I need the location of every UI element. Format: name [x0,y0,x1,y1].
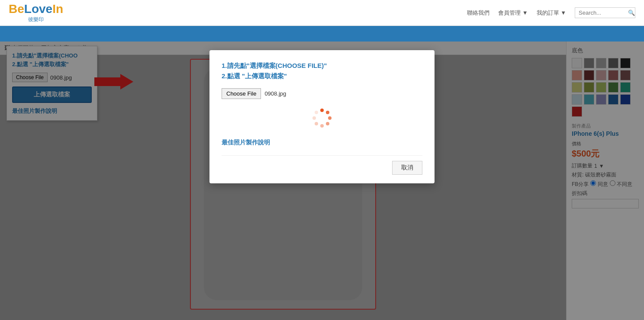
spinner-dot [328,116,332,120]
modal-photo-link[interactable]: 最佳照片製作說明 [222,139,422,147]
modal-choose-file-button[interactable]: Choose File [222,88,261,99]
spinner-dot [326,122,329,125]
spinner-dot [315,122,318,125]
nav-orders[interactable]: 我的訂單 ▼ [537,9,566,17]
modal-footer: 取消 [222,155,422,175]
nav-links: 聯絡我們 會員管理 ▼ 我的訂單 ▼ 🔍 [467,7,635,18]
spinner [312,108,332,128]
nav-member[interactable]: 會員管理 ▼ [498,9,528,17]
header: BeLoveIn 彼樂印 聯絡我們 會員管理 ▼ 我的訂單 ▼ 🔍 [0,0,644,26]
search-box[interactable]: 🔍 [575,7,635,18]
logo-in: In [52,2,63,16]
spinner-dot [326,111,329,114]
modal-overlay: 1.請先點"選擇檔案(CHOOSE FILE)" 2.點選 "上傳選取檔案" C… [0,42,644,320]
main-content: 1.請先點"選擇檔案(CHOO 2.點選 "上傳選取檔案" Choose Fil… [0,42,644,320]
logo-be: Be [9,2,24,16]
logo-subtitle: 彼樂印 [9,16,63,23]
spinner-dot [315,111,318,114]
spinner-dot [320,124,324,128]
search-icon: 🔍 [628,10,635,16]
spinner-dot [312,116,316,120]
navbar [0,26,644,42]
spinner-container [222,108,422,128]
search-input[interactable] [579,10,626,16]
modal-file-row: Choose File 0908.jpg [222,88,422,99]
logo-love: Love [24,2,52,16]
cancel-button[interactable]: 取消 [392,161,422,175]
logo: BeLoveIn 彼樂印 [9,2,63,23]
modal-title: 1.請先點"選擇檔案(CHOOSE FILE)" 2.點選 "上傳選取檔案" [222,61,422,81]
nav-contact[interactable]: 聯絡我們 [467,9,489,17]
modal-box: 1.請先點"選擇檔案(CHOOSE FILE)" 2.點選 "上傳選取檔案" C… [209,50,435,183]
spinner-dot [320,109,324,112]
modal-filename: 0908.jpg [264,90,286,97]
